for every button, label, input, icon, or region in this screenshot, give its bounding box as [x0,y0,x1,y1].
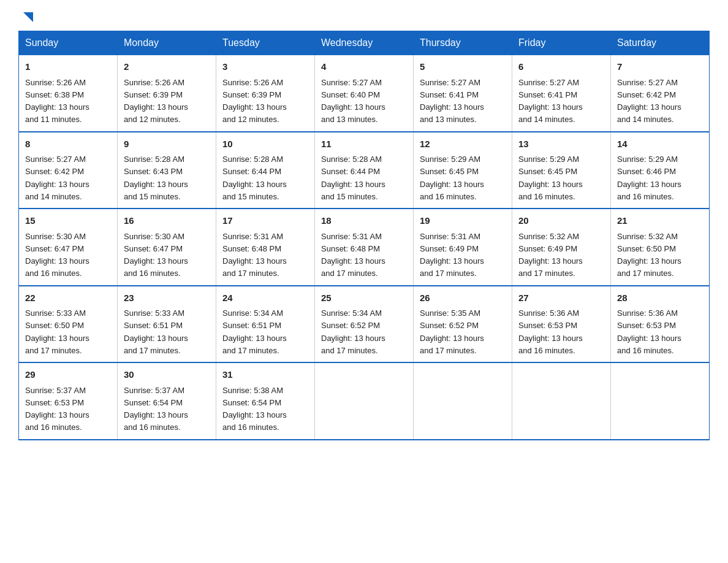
day-info: Sunrise: 5:26 AMSunset: 6:39 PMDaylight:… [124,78,188,124]
day-number: 17 [222,214,308,228]
calendar-cell [414,362,512,440]
calendar-cell: 20 Sunrise: 5:32 AMSunset: 6:49 PMDaylig… [512,209,611,286]
calendar-cell: 13 Sunrise: 5:29 AMSunset: 6:45 PMDaylig… [512,132,611,209]
header-cell-saturday: Saturday [611,31,710,55]
calendar-cell: 19 Sunrise: 5:31 AMSunset: 6:49 PMDaylig… [414,209,512,286]
day-number: 24 [222,291,308,305]
calendar-cell: 22 Sunrise: 5:33 AMSunset: 6:50 PMDaylig… [19,286,118,363]
day-number: 11 [321,137,407,151]
day-info: Sunrise: 5:29 AMSunset: 6:45 PMDaylight:… [420,155,484,201]
calendar-cell: 30 Sunrise: 5:37 AMSunset: 6:54 PMDaylig… [118,362,216,440]
day-info: Sunrise: 5:33 AMSunset: 6:50 PMDaylight:… [25,308,89,355]
day-number: 18 [321,214,407,228]
calendar-cell: 14 Sunrise: 5:29 AMSunset: 6:46 PMDaylig… [611,132,710,209]
day-info: Sunrise: 5:31 AMSunset: 6:48 PMDaylight:… [222,232,287,278]
day-number: 23 [124,291,210,305]
day-info: Sunrise: 5:38 AMSunset: 6:54 PMDaylight:… [222,386,287,432]
day-info: Sunrise: 5:30 AMSunset: 6:47 PMDaylight:… [124,232,188,278]
calendar-cell: 28 Sunrise: 5:36 AMSunset: 6:53 PMDaylig… [611,286,710,363]
day-number: 26 [420,291,506,305]
day-number: 25 [321,291,407,305]
svg-marker-0 [23,12,33,22]
logo-arrow-icon [20,10,37,27]
day-number: 29 [25,368,111,382]
calendar-table: SundayMondayTuesdayWednesdayThursdayFrid… [18,31,710,440]
day-info: Sunrise: 5:27 AMSunset: 6:40 PMDaylight:… [321,78,385,124]
calendar-cell: 5 Sunrise: 5:27 AMSunset: 6:41 PMDayligh… [414,55,512,132]
day-number: 10 [222,137,308,151]
day-number: 31 [222,368,308,382]
day-number: 14 [617,137,703,151]
page-header [18,12,710,25]
day-info: Sunrise: 5:28 AMSunset: 6:44 PMDaylight:… [321,155,385,201]
calendar-cell: 6 Sunrise: 5:27 AMSunset: 6:41 PMDayligh… [512,55,611,132]
day-number: 28 [617,291,703,305]
calendar-cell: 26 Sunrise: 5:35 AMSunset: 6:52 PMDaylig… [414,286,512,363]
calendar-cell: 8 Sunrise: 5:27 AMSunset: 6:42 PMDayligh… [19,132,118,209]
day-info: Sunrise: 5:28 AMSunset: 6:44 PMDaylight:… [222,155,287,201]
day-info: Sunrise: 5:27 AMSunset: 6:42 PMDaylight:… [25,155,89,201]
header-row: SundayMondayTuesdayWednesdayThursdayFrid… [19,31,710,55]
day-number: 19 [420,214,506,228]
calendar-cell [315,362,414,440]
day-number: 9 [124,137,210,151]
day-number: 12 [420,137,506,151]
header-cell-thursday: Thursday [414,31,512,55]
calendar-cell: 10 Sunrise: 5:28 AMSunset: 6:44 PMDaylig… [216,132,315,209]
day-info: Sunrise: 5:34 AMSunset: 6:51 PMDaylight:… [222,308,287,355]
calendar-cell: 3 Sunrise: 5:26 AMSunset: 6:39 PMDayligh… [216,55,315,132]
day-info: Sunrise: 5:31 AMSunset: 6:48 PMDaylight:… [321,232,385,278]
header-cell-tuesday: Tuesday [216,31,315,55]
calendar-cell [611,362,710,440]
week-row-1: 1 Sunrise: 5:26 AMSunset: 6:38 PMDayligh… [19,55,710,132]
day-info: Sunrise: 5:33 AMSunset: 6:51 PMDaylight:… [124,308,188,355]
calendar-cell: 15 Sunrise: 5:30 AMSunset: 6:47 PMDaylig… [19,209,118,286]
day-info: Sunrise: 5:27 AMSunset: 6:41 PMDaylight:… [518,78,583,124]
day-info: Sunrise: 5:34 AMSunset: 6:52 PMDaylight:… [321,308,385,355]
calendar-cell [512,362,611,440]
day-number: 5 [420,60,506,74]
day-info: Sunrise: 5:37 AMSunset: 6:54 PMDaylight:… [124,386,188,432]
week-row-4: 22 Sunrise: 5:33 AMSunset: 6:50 PMDaylig… [19,286,710,363]
day-info: Sunrise: 5:26 AMSunset: 6:38 PMDaylight:… [25,78,89,124]
day-info: Sunrise: 5:29 AMSunset: 6:45 PMDaylight:… [518,155,583,201]
day-info: Sunrise: 5:28 AMSunset: 6:43 PMDaylight:… [124,155,188,201]
day-number: 20 [518,214,604,228]
week-row-5: 29 Sunrise: 5:37 AMSunset: 6:53 PMDaylig… [19,362,710,440]
header-cell-wednesday: Wednesday [315,31,414,55]
logo [18,12,37,25]
calendar-cell: 7 Sunrise: 5:27 AMSunset: 6:42 PMDayligh… [611,55,710,132]
calendar-cell: 24 Sunrise: 5:34 AMSunset: 6:51 PMDaylig… [216,286,315,363]
day-info: Sunrise: 5:32 AMSunset: 6:50 PMDaylight:… [617,232,681,278]
calendar-cell: 27 Sunrise: 5:36 AMSunset: 6:53 PMDaylig… [512,286,611,363]
calendar-cell: 4 Sunrise: 5:27 AMSunset: 6:40 PMDayligh… [315,55,414,132]
day-number: 1 [25,60,111,74]
calendar-cell: 21 Sunrise: 5:32 AMSunset: 6:50 PMDaylig… [611,209,710,286]
calendar-cell: 16 Sunrise: 5:30 AMSunset: 6:47 PMDaylig… [118,209,216,286]
calendar-cell: 23 Sunrise: 5:33 AMSunset: 6:51 PMDaylig… [118,286,216,363]
calendar-cell: 18 Sunrise: 5:31 AMSunset: 6:48 PMDaylig… [315,209,414,286]
calendar-cell: 1 Sunrise: 5:26 AMSunset: 6:38 PMDayligh… [19,55,118,132]
calendar-cell: 12 Sunrise: 5:29 AMSunset: 6:45 PMDaylig… [414,132,512,209]
calendar-cell: 25 Sunrise: 5:34 AMSunset: 6:52 PMDaylig… [315,286,414,363]
day-number: 22 [25,291,111,305]
calendar-cell: 17 Sunrise: 5:31 AMSunset: 6:48 PMDaylig… [216,209,315,286]
day-info: Sunrise: 5:32 AMSunset: 6:49 PMDaylight:… [518,232,583,278]
day-info: Sunrise: 5:26 AMSunset: 6:39 PMDaylight:… [222,78,287,124]
day-number: 2 [124,60,210,74]
week-row-3: 15 Sunrise: 5:30 AMSunset: 6:47 PMDaylig… [19,209,710,286]
day-number: 3 [222,60,308,74]
day-number: 13 [518,137,604,151]
calendar-cell: 2 Sunrise: 5:26 AMSunset: 6:39 PMDayligh… [118,55,216,132]
week-row-2: 8 Sunrise: 5:27 AMSunset: 6:42 PMDayligh… [19,132,710,209]
day-info: Sunrise: 5:35 AMSunset: 6:52 PMDaylight:… [420,308,484,355]
calendar-cell: 11 Sunrise: 5:28 AMSunset: 6:44 PMDaylig… [315,132,414,209]
day-number: 16 [124,214,210,228]
calendar-cell: 9 Sunrise: 5:28 AMSunset: 6:43 PMDayligh… [118,132,216,209]
day-info: Sunrise: 5:37 AMSunset: 6:53 PMDaylight:… [25,386,89,432]
calendar-cell: 29 Sunrise: 5:37 AMSunset: 6:53 PMDaylig… [19,362,118,440]
day-number: 7 [617,60,703,74]
day-number: 30 [124,368,210,382]
day-info: Sunrise: 5:36 AMSunset: 6:53 PMDaylight:… [617,308,681,355]
day-number: 4 [321,60,407,74]
